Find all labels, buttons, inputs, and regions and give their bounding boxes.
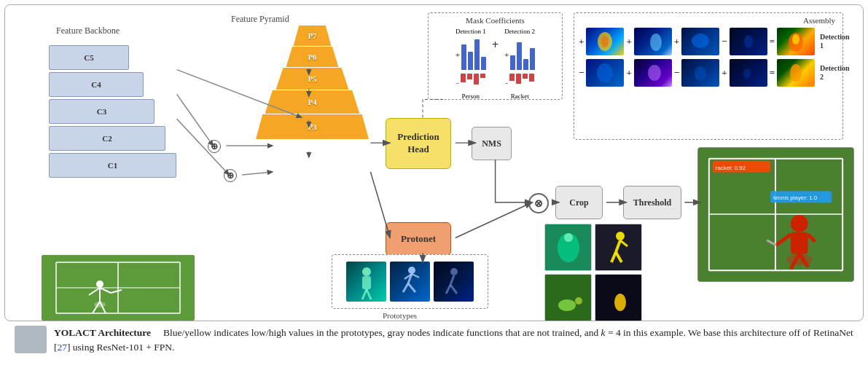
svg-point-49: [575, 297, 582, 305]
svg-line-76: [242, 172, 273, 175]
detection-label-1: Detection 1: [820, 33, 850, 50]
svg-point-42: [564, 233, 573, 242]
threshold-box: Threshold: [623, 186, 681, 219]
mask-coefficients-panel: Mask Coefficients Detection 1 +: [428, 12, 563, 100]
oplus-2: ⊕: [224, 169, 237, 182]
prediction-head-box: Prediction Head: [386, 118, 451, 169]
svg-line-33: [403, 283, 408, 292]
svg-point-27: [362, 267, 371, 276]
svg-point-43: [616, 232, 625, 240]
pyramid-container: P7 P6 P5 P4 P3: [256, 25, 369, 139]
crop-box: Crop: [555, 186, 603, 219]
backbone-container: C5 C4 C3 C2 C1: [49, 45, 176, 180]
svg-point-59: [791, 215, 808, 232]
svg-point-25: [743, 68, 751, 79]
svg-text:racket: 0.92: racket: 0.92: [716, 165, 746, 171]
final-result-inner: racket: 0.92 tennis player: 1.0: [698, 148, 853, 281]
protonet-box: Protonet: [386, 222, 451, 256]
svg-line-40: [450, 285, 457, 294]
svg-point-23: [648, 65, 661, 81]
otimes-symbol: ⊗: [528, 193, 549, 213]
svg-line-75: [177, 119, 230, 175]
svg-point-9: [96, 280, 103, 288]
svg-text:tennis player: 1.0: tennis player: 1.0: [773, 195, 818, 201]
caption-bold: YOLACT Architecture: [54, 327, 151, 338]
svg-point-48: [558, 299, 576, 311]
pyramid-p6: P6: [286, 47, 339, 67]
svg-point-22: [597, 63, 613, 82]
nms-box: NMS: [472, 127, 512, 160]
svg-point-50: [614, 294, 626, 311]
pyramid-p5: P5: [276, 68, 349, 90]
svg-line-47: [620, 240, 627, 246]
tennis-court-image: [42, 255, 195, 321]
coeff-detection2: Detection 2 + -: [504, 28, 535, 100]
result-grid: [544, 224, 642, 321]
caption-thumbnail: [15, 326, 47, 353]
svg-line-36: [412, 274, 419, 278]
diagram-area: Feature Backbone Feature Pyramid C5 C4 C…: [4, 4, 864, 321]
citation-link[interactable]: 27: [58, 342, 68, 353]
oplus-1: ⊕: [208, 140, 221, 153]
mask-coeff-inner: Detection 1 + -: [433, 28, 558, 100]
coeff-detection1: Detection 1 + -: [455, 28, 486, 100]
label-feature-pyramid: Feature Pyramid: [231, 14, 289, 25]
svg-rect-28: [362, 276, 371, 289]
svg-point-24: [695, 66, 706, 81]
svg-line-73: [177, 94, 214, 146]
pyramid-p3: P3: [256, 114, 369, 139]
assembly-row-1: + + + − =: [579, 28, 838, 55]
backbone-layer-c3: C3: [49, 99, 155, 124]
svg-point-37: [450, 268, 458, 275]
assembly-row-2: − + − + =: [579, 59, 838, 87]
svg-line-29: [362, 289, 367, 299]
svg-line-38: [450, 275, 454, 285]
svg-point-31: [408, 267, 415, 274]
assembly-panel: Assembly + + + −: [574, 12, 843, 140]
svg-point-19: [744, 35, 753, 48]
final-result-photo: racket: 0.92 tennis player: 1.0: [697, 147, 854, 282]
mask-coefficients-title: Mask Coefficients: [433, 16, 558, 25]
caption-description: Blue/yellow indicates low/high values in…: [54, 327, 853, 353]
backbone-layer-c5: C5: [49, 45, 129, 70]
label-feature-backbone: Feature Backbone: [56, 25, 120, 36]
detection-label-2: Detection 2: [820, 64, 850, 82]
svg-line-30: [367, 289, 371, 299]
svg-line-46: [616, 252, 622, 262]
svg-point-17: [650, 34, 662, 51]
svg-line-34: [408, 283, 415, 292]
svg-line-39: [446, 285, 450, 294]
svg-rect-60: [791, 232, 808, 254]
svg-point-16: [601, 36, 609, 47]
caption-text: YOLACT Architecture Blue/yellow indicate…: [54, 326, 853, 354]
svg-point-18: [692, 34, 709, 48]
prototypes-label: Prototypes: [383, 311, 417, 320]
backbone-layer-c4: C4: [49, 72, 144, 97]
svg-point-21: [792, 34, 799, 44]
prototypes-panel: [332, 254, 488, 309]
caption-area: YOLACT Architecture Blue/yellow indicate…: [0, 321, 868, 357]
pyramid-p7: P7: [294, 25, 332, 46]
pyramid-p4: P4: [265, 90, 360, 114]
backbone-layer-c2: C2: [49, 126, 165, 151]
backbone-layer-c1: C1: [49, 153, 176, 178]
svg-line-44: [616, 240, 620, 252]
main-container: Feature Backbone Feature Pyramid C5 C4 C…: [0, 0, 868, 373]
svg-point-26: [790, 64, 802, 82]
assembly-title: Assembly: [579, 16, 838, 25]
